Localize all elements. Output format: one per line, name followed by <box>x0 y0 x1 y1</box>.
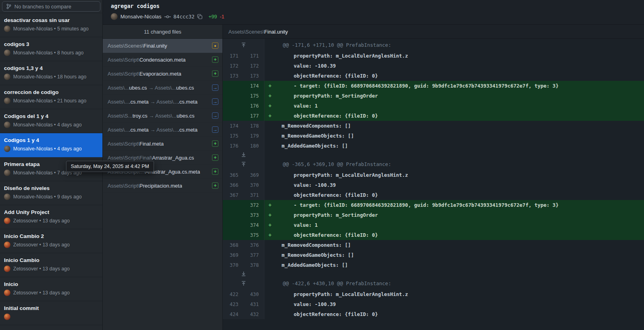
new-line-number: 371 <box>244 190 264 200</box>
commit-item[interactable]: desactivar cosas sin usarMonsalve-Nicola… <box>0 13 102 37</box>
new-line-number: 178 <box>244 121 264 131</box>
diff-line[interactable]: 365369 propertyPath: m_LocalEulerAnglesH… <box>223 170 644 180</box>
file-path-segment: .cs.meta <box>129 99 148 105</box>
new-line-number: 430 <box>244 289 264 299</box>
commit-meta: Zetossover • 13 days ago <box>4 290 98 296</box>
file-path: Assets\Script\Evaporacion.meta <box>108 71 181 77</box>
diff-expand-row <box>223 151 644 158</box>
diff-line[interactable]: 176180 m_AddedGameObjects: [] <box>223 141 644 151</box>
file-status-renamed-icon: → <box>212 126 218 133</box>
diff-line[interactable]: 368376 m_RemovedComponents: [] <box>223 240 644 250</box>
file-path-segment: Assets\Scenes\ <box>108 43 144 49</box>
diff-file-name: Final.unity <box>264 29 288 35</box>
diff-line-text: m_RemovedComponents: [] <box>276 121 351 131</box>
expand-up-icon[interactable] <box>223 277 264 289</box>
diff-line[interactable]: 171171 propertyPath: m_LocalEulerAnglesH… <box>223 51 644 61</box>
diff-line-text: m_AddedGameObjects: [] <box>276 141 348 151</box>
commit-item[interactable]: Codigos 1 y 4Monsalve-Nicolas • 4 days a… <box>0 133 102 157</box>
file-row[interactable]: Assets\Script\Condensacion.meta+ <box>103 53 222 67</box>
expand-down-icon[interactable] <box>223 270 264 277</box>
file-status-added-icon: + <box>212 56 218 63</box>
commit-item[interactable]: Inicio Cambio 2Zetossover • 13 days ago <box>0 229 102 253</box>
file-path-segment: Assets\... <box>156 127 178 133</box>
file-row[interactable]: Assets\S...troy.cs → Assets\...ubes.cs→ <box>103 109 222 123</box>
new-line-number: 372 <box>244 200 264 210</box>
diff-line[interactable]: 424432 objectReference: {fileID: 0} <box>223 309 644 319</box>
file-path-segment: Evaporacion.meta <box>139 71 181 77</box>
diff-line[interactable]: 175+ propertyPath: m_SortingOrder <box>223 91 644 101</box>
branch-icon <box>6 4 11 9</box>
diff-line[interactable]: 369377 m_RemovedGameObjects: [] <box>223 250 644 260</box>
avatar <box>4 122 10 128</box>
diff-line-text: m_RemovedGameObjects: [] <box>276 131 354 141</box>
diff-line[interactable]: 367371 objectReference: {fileID: 0} <box>223 190 644 200</box>
expand-up-icon[interactable] <box>223 39 264 51</box>
diff-line-text: objectReference: {fileID: 0} <box>276 71 378 81</box>
file-row[interactable]: Assets\Scenes\Final.unity• <box>103 39 222 53</box>
old-line-number <box>223 101 244 111</box>
diff-line-marker: + <box>264 91 276 101</box>
diff-line[interactable]: 173173 objectReference: {fileID: 0} <box>223 71 644 81</box>
file-row[interactable]: Assets\...ubes.cs → Assets\...ubes.cs→ <box>103 81 222 95</box>
diff-line[interactable]: 374+ value: 1 <box>223 220 644 230</box>
commit-item[interactable]: InicioZetossover • 13 days ago <box>0 277 102 301</box>
expand-down-icon[interactable] <box>223 151 264 158</box>
diff-line[interactable]: 370378 m_AddedGameObjects: [] <box>223 260 644 270</box>
diff-line[interactable]: 172172 value: -100.39 <box>223 61 644 71</box>
file-path-segment: ubes.cs <box>176 85 194 91</box>
diff-line-text: objectReference: {fileID: 0} <box>276 309 378 319</box>
commit-item[interactable]: Inicio CambioZetossover • 13 days ago <box>0 253 102 277</box>
diff-expand-row <box>223 270 644 277</box>
commit-item[interactable]: Diseño de nivelesMonsalve-Nicolas • 9 da… <box>0 181 102 205</box>
compare-branch-button[interactable]: No branches to compare <box>2 1 100 12</box>
commit-item[interactable]: Add Unity ProjectZetossover • 13 days ag… <box>0 205 102 229</box>
diff-line-text: value: -100.39 <box>276 61 336 71</box>
diff-line[interactable]: 176+ value: 1 <box>223 101 644 111</box>
diff-rows: @@ -171,6 +171,10 @@ PrefabInstance:1711… <box>223 39 644 330</box>
new-line-number: 180 <box>244 141 264 151</box>
commit-sha: 84ccc32 <box>174 14 195 20</box>
commit-item[interactable]: codigos 1,3 y 4Monsalve-Nicolas • 18 hou… <box>0 61 102 85</box>
old-line-number: 424 <box>223 309 244 319</box>
file-status-added-icon: + <box>212 140 218 147</box>
commit-item[interactable]: Codigos del 1 y 4Monsalve-Nicolas • 4 da… <box>0 109 102 133</box>
new-line-number: 173 <box>244 71 264 81</box>
avatar <box>111 13 118 20</box>
diff-line-marker <box>264 170 276 180</box>
old-line-number: 367 <box>223 190 244 200</box>
diff-line[interactable]: 177+ objectReference: {fileID: 0} <box>223 111 644 121</box>
commit-title: codigos 1,3 y 4 <box>4 65 98 71</box>
commit-icon <box>164 14 171 19</box>
diff-line-marker: + <box>264 111 276 121</box>
file-row[interactable]: Assets\Script\Final.meta+ <box>103 137 222 151</box>
diff-hunk-row: @@ -365,6 +369,10 @@ PrefabInstance: <box>223 158 644 170</box>
commit-item[interactable]: correccion de codigoMonsalve-Nicolas • 2… <box>0 85 102 109</box>
expand-up-icon[interactable] <box>223 158 264 170</box>
old-line-number: 173 <box>223 71 244 81</box>
copy-icon[interactable] <box>197 14 202 19</box>
file-path: Assets\Script\Condensacion.meta <box>108 57 186 63</box>
file-row[interactable]: Assets\Script\Evaporacion.meta+ <box>103 67 222 81</box>
diff-line[interactable]: 373+ propertyPath: m_SortingOrder <box>223 210 644 220</box>
diff-line[interactable]: 375+ objectReference: {fileID: 0} <box>223 230 644 240</box>
diff-line[interactable]: 423431 value: -100.39 <box>223 299 644 309</box>
new-line-number: 177 <box>244 111 264 121</box>
file-row[interactable]: Assets\....cs.meta → Assets\....cs.meta→ <box>103 95 222 109</box>
diff-line[interactable]: 372+ - target: {fileID: 6689706846392821… <box>223 200 644 210</box>
commit-title: Diseño de niveles <box>4 185 98 191</box>
diff-line[interactable]: 174178 m_RemovedComponents: [] <box>223 121 644 131</box>
commit-byline: Zetossover • 13 days ago <box>13 290 70 296</box>
commit-item[interactable]: codigos 3Monsalve-Nicolas • 8 hours ago <box>0 37 102 61</box>
diff-line[interactable]: 366370 value: -100.39 <box>223 180 644 190</box>
diff-line[interactable]: 175179 m_RemovedGameObjects: [] <box>223 131 644 141</box>
diff-line-text: m_RemovedComponents: [] <box>276 240 351 250</box>
new-line-number: 377 <box>244 250 264 260</box>
commit-summary: agregar codigos Monsalve-Nicolas 84ccc32 <box>103 0 644 25</box>
commit-item[interactable]: Initial commit <box>0 301 102 325</box>
file-row[interactable]: Assets\Script\Precipitacion.meta+ <box>103 179 222 193</box>
diff-line[interactable]: 174+ - target: {fileID: 6689706846392821… <box>223 81 644 91</box>
file-path: Assets\Script\Final.meta <box>108 141 164 147</box>
file-row[interactable]: Assets\....cs.meta → Assets\....cs.meta→ <box>103 123 222 137</box>
diff-line[interactable]: 422430 propertyPath: m_LocalEulerAnglesH… <box>223 289 644 299</box>
old-line-number <box>223 200 244 210</box>
